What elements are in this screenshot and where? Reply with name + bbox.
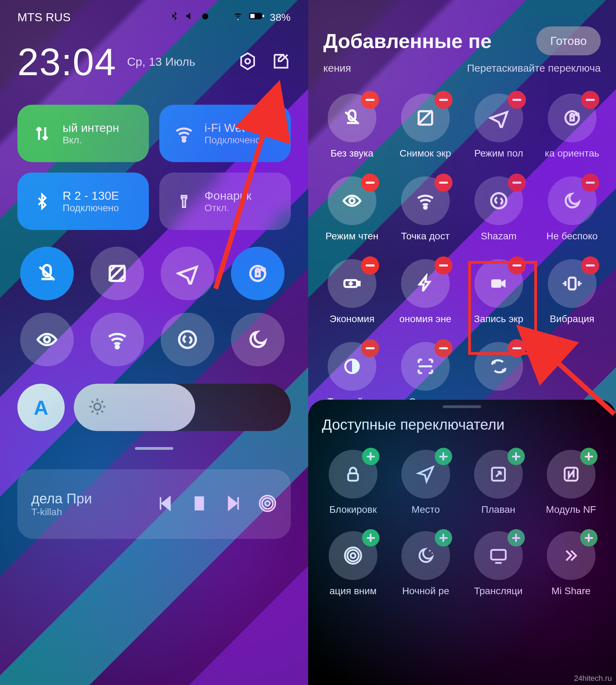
brightness-icon	[88, 397, 107, 418]
available-toggle-mishare[interactable]: Mi Share	[540, 531, 602, 597]
remove-badge[interactable]	[434, 91, 453, 109]
remove-badge[interactable]	[361, 256, 379, 274]
available-toggle-cast[interactable]: Трансляци	[467, 531, 529, 597]
remove-badge[interactable]	[508, 91, 526, 109]
shazam-toggle[interactable]	[161, 313, 214, 366]
added-toggle-sync[interactable]: жением	[467, 342, 530, 407]
available-toggle-label: Модуль NF	[546, 504, 596, 515]
available-toggle-label: Ночной ре	[402, 586, 449, 597]
available-toggle-nfc[interactable]: Модуль NF	[540, 450, 602, 515]
media-next-button[interactable]	[224, 494, 243, 514]
added-toggle-hotspot[interactable]: Точка дост	[394, 176, 457, 242]
svg-point-16	[262, 498, 273, 509]
mishare-icon	[547, 531, 595, 580]
added-toggle-ultra[interactable]: ономия эне	[394, 259, 457, 325]
svg-marker-5	[241, 53, 254, 69]
reading-mode-toggle[interactable]	[20, 313, 74, 366]
ultra-icon	[401, 259, 450, 308]
remove-badge[interactable]	[434, 339, 453, 357]
added-toggle-airplane[interactable]: Режим пол	[467, 94, 530, 159]
add-badge[interactable]	[507, 448, 525, 465]
brightness-slider[interactable]	[74, 384, 291, 431]
bt-title: R 2 - 130E	[63, 189, 119, 202]
media-output-button[interactable]	[258, 494, 277, 514]
remove-badge[interactable]	[434, 174, 453, 192]
rotation-icon	[548, 94, 597, 142]
remove-badge[interactable]	[581, 174, 599, 192]
wifi-tile[interactable]: i-Fi Wet Подключено	[159, 105, 291, 162]
scanner-icon	[401, 342, 450, 391]
dnd-toggle[interactable]	[231, 313, 285, 366]
added-toggle-rotation[interactable]: ка ориентаь	[541, 94, 603, 159]
airplane-toggle[interactable]	[161, 247, 214, 300]
settings-icon[interactable]	[238, 51, 257, 72]
remove-badge[interactable]	[361, 91, 379, 109]
svg-point-14	[94, 404, 101, 410]
added-toggle-dnd[interactable]: Не беспоко	[541, 176, 603, 242]
edit-icon[interactable]	[271, 51, 291, 72]
add-badge[interactable]	[435, 448, 452, 465]
edit-sub-right: Перетаскивайте переключа	[467, 62, 601, 74]
hotspot-toggle[interactable]	[90, 313, 144, 366]
mute-toggle[interactable]	[20, 247, 74, 300]
added-toggle-label: Экономия	[329, 313, 374, 325]
add-badge[interactable]	[580, 448, 598, 465]
added-toggle-shazam[interactable]: Shazam	[467, 176, 530, 242]
remove-badge[interactable]	[361, 174, 379, 192]
remove-badge[interactable]	[508, 339, 526, 357]
added-toggle-screenshot[interactable]: Снимок экр	[394, 94, 457, 159]
svg-point-38	[432, 552, 433, 554]
brightness-row: A	[17, 384, 291, 431]
dark-icon	[328, 342, 376, 391]
media-player-card[interactable]: дела При T-killah	[17, 469, 291, 539]
add-badge[interactable]	[362, 529, 379, 547]
remove-badge[interactable]	[581, 256, 599, 274]
clock-row: 23:04 Ср, 13 Июль	[17, 40, 291, 84]
bluetooth-tile[interactable]: R 2 - 130E Подключено	[17, 173, 149, 230]
media-prev-button[interactable]	[156, 494, 175, 514]
added-toggle-vibration[interactable]: Вибрация	[541, 259, 603, 325]
added-toggle-reading[interactable]: Режим чтен	[321, 176, 384, 242]
add-badge[interactable]	[362, 448, 379, 465]
svg-point-11	[44, 337, 50, 342]
dnd-icon	[548, 176, 597, 225]
remove-badge[interactable]	[508, 174, 526, 192]
bluetooth-tile-icon	[29, 192, 55, 211]
panel-grabber[interactable]	[135, 447, 173, 450]
remove-badge[interactable]	[581, 91, 599, 109]
media-pause-button[interactable]	[190, 494, 209, 514]
available-toggle-focus[interactable]: ация вним	[322, 531, 384, 597]
alarm-icon	[200, 11, 210, 24]
remove-badge[interactable]	[508, 256, 526, 274]
available-toggle-location[interactable]: Место	[394, 450, 457, 515]
available-toggle-floating[interactable]: Плаван	[467, 450, 529, 515]
added-toggle-scanner[interactable]: Сканер	[394, 342, 457, 407]
mobile-data-tile[interactable]: ый интерн Вкл.	[17, 105, 149, 162]
add-badge[interactable]	[435, 529, 452, 547]
available-toggle-lock[interactable]: Блокировк	[322, 450, 384, 515]
battery-icon	[328, 259, 376, 308]
remove-badge[interactable]	[361, 339, 379, 357]
added-toggle-dark[interactable]: Темный ре	[321, 342, 384, 407]
shazam-icon	[474, 176, 523, 225]
done-button[interactable]: Готово	[536, 26, 601, 55]
available-toggle-label: Место	[411, 504, 440, 515]
added-toggle-mute[interactable]: Без звука	[321, 94, 384, 159]
available-grabber[interactable]	[443, 405, 481, 408]
remove-badge[interactable]	[434, 256, 453, 274]
rotation-lock-toggle[interactable]	[231, 247, 285, 300]
add-badge[interactable]	[580, 529, 598, 547]
date: Ср, 13 Июль	[127, 55, 195, 69]
screenshot-toggle[interactable]	[90, 247, 144, 300]
added-toggle-label: Режим пол	[474, 148, 523, 159]
added-toggle-record[interactable]: Запись экр	[467, 259, 530, 325]
added-toggle-battery[interactable]: Экономия	[321, 259, 384, 325]
available-toggles-panel[interactable]: Доступные переключатели Блокировк Место …	[308, 400, 616, 685]
floating-icon	[474, 450, 523, 499]
add-badge[interactable]	[507, 529, 525, 547]
carrier-label: MTS RUS	[17, 10, 71, 24]
available-toggle-night[interactable]: Ночной ре	[394, 531, 457, 597]
torch-tile[interactable]: Фонарик Откл.	[159, 173, 291, 230]
auto-brightness-toggle[interactable]: A	[17, 384, 65, 431]
svg-point-7	[183, 139, 185, 142]
